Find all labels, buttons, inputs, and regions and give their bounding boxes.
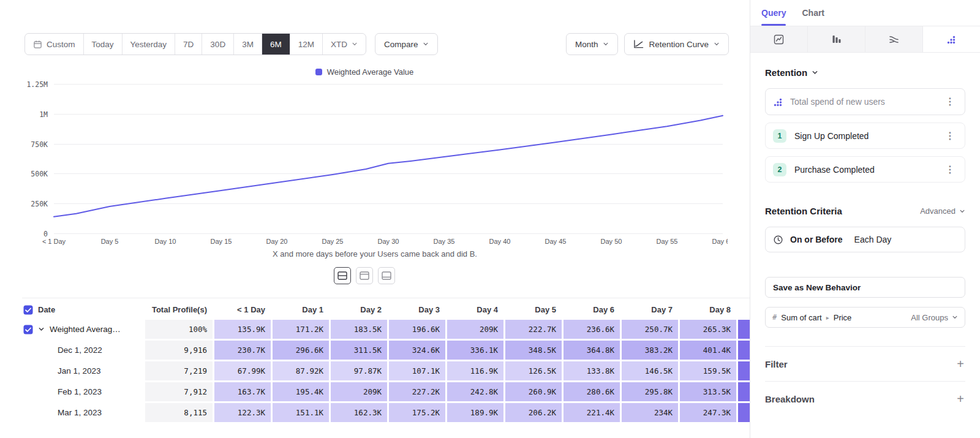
retention-cell[interactable]: 206.2K: [505, 403, 562, 422]
retention-cell[interactable]: 151.1K: [273, 403, 329, 422]
clipped-retention-cell[interactable]: [738, 403, 750, 422]
date-range-custom[interactable]: Custom: [25, 34, 84, 55]
retention-cell[interactable]: 163.7K: [214, 382, 271, 401]
retention-cell[interactable]: 383.2K: [622, 341, 678, 360]
granularity-button[interactable]: Month: [566, 33, 619, 55]
behavior-step-row[interactable]: 1Sign Up Completed⋮: [765, 123, 965, 149]
retention-cell[interactable]: 295.8K: [622, 382, 678, 401]
clipped-retention-cell[interactable]: [738, 341, 750, 360]
retention-cell[interactable]: 107.1K: [389, 361, 445, 380]
date-range-today[interactable]: Today: [84, 34, 123, 55]
retention-cell[interactable]: 159.5K: [680, 361, 736, 380]
retention-cell[interactable]: 183.5K: [331, 320, 387, 339]
kebab-menu-icon[interactable]: ⋮: [943, 96, 957, 108]
retention-cell[interactable]: 171.2K: [273, 320, 329, 339]
retention-curve-plot: 0250K500K750K1M1.25M< 1 DayDay 5Day 10Da…: [22, 80, 728, 247]
row-date-cell[interactable]: Feb 1, 2023: [22, 382, 143, 401]
view-toggle-rows-top-icon[interactable]: [356, 267, 373, 284]
clipped-retention-cell[interactable]: [738, 320, 750, 339]
retention-cell[interactable]: 122.3K: [214, 403, 271, 422]
retention-cell[interactable]: 227.2K: [389, 382, 445, 401]
view-toggle-rows-split-icon[interactable]: [334, 267, 351, 284]
retention-cell[interactable]: 67.99K: [214, 361, 271, 380]
row-date-cell[interactable]: Dec 1, 2022: [22, 341, 143, 360]
retention-cell[interactable]: 133.8K: [564, 361, 620, 380]
chart-type-button[interactable]: Retention Curve: [624, 33, 729, 55]
column-header: Day 2: [331, 301, 387, 318]
retention-cell[interactable]: 260.9K: [505, 382, 562, 401]
retention-cell[interactable]: 222.7K: [505, 320, 562, 339]
add-filter-button[interactable]: +: [956, 358, 965, 370]
row-date-cell[interactable]: Jan 1, 2023: [22, 361, 143, 380]
retention-cell[interactable]: 265.3K: [680, 320, 736, 339]
expand-row-icon[interactable]: [38, 326, 45, 333]
retention-cell[interactable]: 116.9K: [447, 361, 503, 380]
y-tick-label: 0: [43, 230, 48, 238]
date-range-6m[interactable]: 6M: [262, 34, 290, 55]
date-range-yesterday[interactable]: Yesterday: [123, 34, 176, 55]
retention-cell[interactable]: 135.9K: [214, 320, 271, 339]
retention-cell[interactable]: 348.5K: [505, 341, 562, 360]
report-tab-retention[interactable]: [923, 26, 980, 52]
row-checkbox[interactable]: [23, 325, 33, 334]
retention-cell[interactable]: 196.6K: [389, 320, 445, 339]
tab-query[interactable]: Query: [761, 0, 786, 26]
retention-cell[interactable]: 234K: [622, 403, 678, 422]
retention-cell[interactable]: 209K: [331, 382, 387, 401]
retention-cell[interactable]: 146.5K: [622, 361, 678, 380]
table-header-row: DateTotal Profile(s)< 1 DayDay 1Day 2Day…: [22, 301, 750, 318]
retention-cell[interactable]: 250.7K: [622, 320, 678, 339]
advanced-dropdown[interactable]: Advanced: [920, 206, 965, 216]
kebab-menu-icon[interactable]: ⋮: [943, 164, 957, 176]
retention-cell[interactable]: 230.7K: [214, 341, 271, 360]
kebab-menu-icon[interactable]: ⋮: [943, 130, 957, 142]
criteria-condition[interactable]: On or Before: [790, 235, 843, 244]
clipped-retention-cell[interactable]: [738, 361, 750, 380]
retention-cell[interactable]: 97.87K: [331, 361, 387, 380]
retention-cell[interactable]: 324.6K: [389, 341, 445, 360]
compare-button[interactable]: Compare: [375, 33, 439, 55]
row-date-cell[interactable]: Weighted Average ...: [22, 320, 143, 339]
date-range-7d[interactable]: 7D: [175, 34, 202, 55]
date-range-12m[interactable]: 12M: [290, 34, 323, 55]
retention-cell[interactable]: 313.5K: [680, 382, 736, 401]
behavior-card[interactable]: Total spend of new users ⋮: [765, 88, 965, 115]
retention-criteria-row[interactable]: On or Before Each Day: [765, 227, 965, 252]
retention-cell[interactable]: 247.3K: [680, 403, 736, 422]
save-as-new-behavior-button[interactable]: Save as New Behavior: [765, 277, 965, 298]
behavior-step-row[interactable]: 2Purchase Completed⋮: [765, 156, 965, 183]
report-tab-funnels[interactable]: [808, 26, 865, 52]
report-tab-insights[interactable]: [750, 26, 808, 52]
retention-section-header[interactable]: Retention: [765, 67, 965, 78]
retention-cell[interactable]: 195.4K: [273, 382, 329, 401]
retention-cell[interactable]: 280.6K: [564, 382, 620, 401]
retention-cell[interactable]: 236.6K: [564, 320, 620, 339]
add-breakdown-button[interactable]: +: [956, 393, 965, 405]
date-range-30d[interactable]: 30D: [202, 34, 234, 55]
retention-cell[interactable]: 336.1K: [447, 341, 503, 360]
retention-cell[interactable]: 87.92K: [273, 361, 329, 380]
retention-cell[interactable]: 126.5K: [505, 361, 562, 380]
retention-cell[interactable]: 189.9K: [447, 403, 503, 422]
all-groups-dropdown[interactable]: All Groups: [911, 313, 958, 322]
x-tick-label: Day 60: [712, 238, 728, 245]
date-range-xtd[interactable]: XTD: [323, 34, 366, 55]
retention-cell[interactable]: 296.6K: [273, 341, 329, 360]
date-range-3m[interactable]: 3M: [234, 34, 262, 55]
retention-cell[interactable]: 162.3K: [331, 403, 387, 422]
criteria-frequency[interactable]: Each Day: [854, 235, 892, 244]
row-checkbox[interactable]: [23, 305, 33, 315]
clipped-retention-cell[interactable]: [738, 382, 750, 401]
retention-cell[interactable]: 221.4K: [564, 403, 620, 422]
view-toggle-rows-bottom-icon[interactable]: [378, 267, 395, 284]
retention-cell[interactable]: 209K: [447, 320, 503, 339]
row-date-cell[interactable]: Mar 1, 2023: [22, 403, 143, 422]
retention-cell[interactable]: 175.2K: [389, 403, 445, 422]
retention-cell[interactable]: 311.5K: [331, 341, 387, 360]
tab-chart[interactable]: Chart: [802, 0, 824, 26]
retention-cell[interactable]: 401.4K: [680, 341, 736, 360]
retention-cell[interactable]: 242.8K: [447, 382, 503, 401]
retention-cell[interactable]: 364.8K: [564, 341, 620, 360]
measurement-row[interactable]: # Sum of cart ▸ Price All Groups: [765, 307, 965, 328]
report-tab-flows[interactable]: [865, 26, 923, 52]
